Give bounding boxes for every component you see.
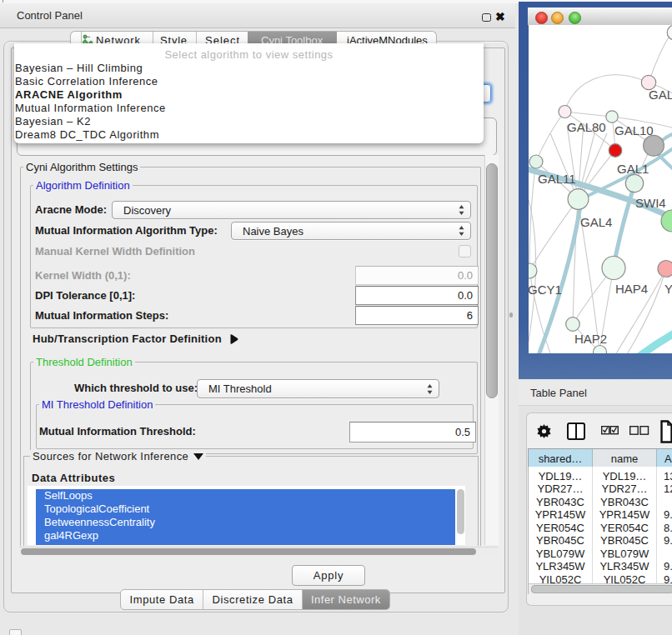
svg-text:GAL4: GAL4: [580, 215, 612, 229]
svg-text:HAP4: HAP4: [615, 282, 648, 296]
svg-text:GAL2: GAL2: [649, 88, 672, 102]
svg-text:GAL11: GAL11: [538, 172, 576, 186]
svg-text:Y: Y: [664, 282, 672, 296]
svg-text:GAL1: GAL1: [617, 162, 649, 176]
svg-text:SWI4: SWI4: [635, 196, 666, 210]
svg-text:HAP2: HAP2: [574, 332, 607, 346]
svg-text:GAL10: GAL10: [614, 123, 654, 138]
svg-text:GCY1: GCY1: [529, 282, 562, 297]
svg-text:GAL80: GAL80: [567, 120, 606, 134]
